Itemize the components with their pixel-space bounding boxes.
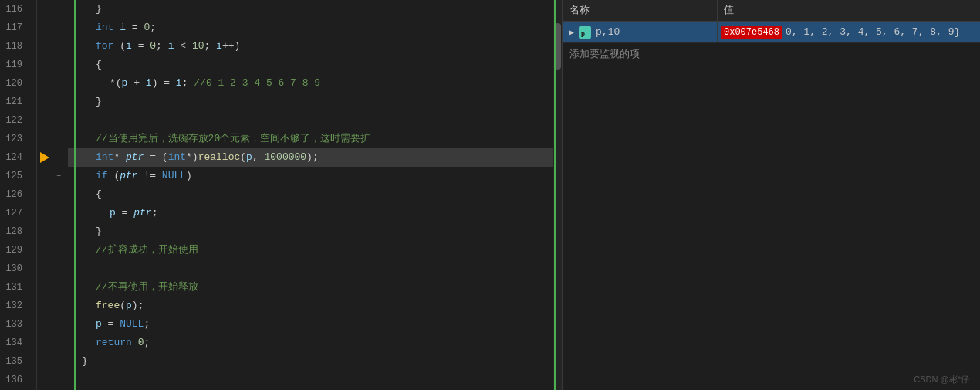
code-line-129: //扩容成功，开始使用 (68, 241, 553, 259)
breakpoint-cell-129[interactable] (37, 241, 52, 259)
breakpoint-cell-130[interactable] (37, 259, 52, 278)
line-numbers: 1161171181191201211221231241251261271281… (0, 0, 37, 390)
code-line-123: //当使用完后，洗碗存放20个元素，空间不够了，这时需要扩 (68, 130, 553, 148)
fold-cell-120 (52, 74, 65, 93)
line-number-125: 125 (0, 167, 29, 185)
watch-row-value-0: 0x007e54680, 1, 2, 3, 4, 5, 6, 7, 8, 9} (718, 26, 980, 39)
fold-cell-129 (52, 241, 65, 259)
fold-cell-136 (52, 371, 65, 389)
breakpoint-cell-118[interactable] (37, 37, 52, 56)
code-line-125: if (ptr != NULL) (68, 167, 553, 185)
svg-text:p: p (581, 29, 585, 37)
watch-header: 名称 值 (563, 0, 980, 22)
watch-col-value-header: 值 (718, 0, 980, 21)
breakpoint-cell-136[interactable] (37, 371, 52, 389)
breakpoint-cell-124[interactable] (37, 148, 52, 167)
guide-line-right (554, 0, 556, 390)
code-line-120: *(p + i) = i; //0 1 2 3 4 5 6 7 8 9 (68, 74, 553, 93)
line-number-118: 118 (0, 37, 29, 56)
line-number-136: 136 (0, 371, 29, 389)
watch-row-name-text-0: p,10 (596, 26, 620, 38)
breakpoint-cell-134[interactable] (37, 334, 52, 352)
fold-cell-126 (52, 185, 65, 204)
code-lines: }int i = 0;for (i = 0; i < 10; i++){*(p … (65, 0, 553, 390)
line-number-134: 134 (0, 334, 29, 352)
breakpoint-cell-131[interactable] (37, 278, 52, 297)
watermark: CSDN @彬*仔 (914, 375, 969, 384)
code-line-134: return 0; (68, 334, 553, 352)
line-number-116: 116 (0, 0, 29, 19)
fold-cell-128 (52, 222, 65, 241)
watch-row-address-0: 0x007e5468 (721, 26, 782, 39)
fold-cell-117 (52, 19, 65, 37)
line-number-121: 121 (0, 93, 29, 111)
code-line-135: } (68, 352, 553, 371)
breakpoint-cell-121[interactable] (37, 93, 52, 111)
line-number-130: 130 (0, 259, 29, 278)
code-line-131: //不再使用，开始释放 (68, 278, 553, 297)
fold-cell-127 (52, 204, 65, 222)
breakpoint-cell-133[interactable] (37, 315, 52, 334)
fold-col: −− (52, 0, 65, 390)
watch-row-name-0: ▶pp,10 (563, 22, 718, 42)
breakpoint-cell-117[interactable] (37, 19, 52, 37)
code-panel: 1161171181191201211221231241251261271281… (0, 0, 563, 390)
watch-col-name-header: 名称 (563, 0, 718, 21)
scrollbar-thumb[interactable] (555, 23, 561, 70)
code-line-116: } (68, 0, 553, 19)
fold-cell-118[interactable]: − (52, 37, 65, 56)
line-number-119: 119 (0, 56, 29, 74)
breakpoint-cell-132[interactable] (37, 297, 52, 315)
fold-cell-131 (52, 278, 65, 297)
code-line-127: p = ptr; (68, 204, 553, 222)
line-number-135: 135 (0, 352, 29, 371)
fold-cell-130 (52, 259, 65, 278)
code-line-118: for (i = 0; i < 10; i++) (68, 37, 553, 56)
fold-cell-121 (52, 93, 65, 111)
line-number-124: 124 (0, 148, 29, 167)
breakpoint-cell-125[interactable] (37, 167, 52, 185)
fold-cell-135 (52, 352, 65, 371)
code-line-122 (68, 111, 553, 130)
fold-cell-132 (52, 297, 65, 315)
breakpoint-cell-135[interactable] (37, 352, 52, 371)
fold-cell-124 (52, 148, 65, 167)
code-line-136 (68, 371, 553, 389)
expand-arrow-0[interactable]: ▶ (569, 28, 574, 37)
line-number-123: 123 (0, 130, 29, 148)
watch-rows: ▶pp,100x007e54680, 1, 2, 3, 4, 5, 6, 7, … (563, 22, 980, 43)
line-number-122: 122 (0, 111, 29, 130)
line-number-133: 133 (0, 315, 29, 334)
pointer-icon-0: p (579, 26, 591, 39)
code-line-133: p = NULL; (68, 315, 553, 334)
code-line-124: int* ptr = (int*)realloc(p, 1000000); (68, 148, 553, 167)
fold-cell-119 (52, 56, 65, 74)
line-number-129: 129 (0, 241, 29, 259)
line-number-132: 132 (0, 297, 29, 315)
watch-row-value-text-0: 0, 1, 2, 3, 4, 5, 6, 7, 8, 9} (786, 26, 960, 38)
watch-row-0[interactable]: ▶pp,100x007e54680, 1, 2, 3, 4, 5, 6, 7, … (563, 22, 980, 43)
fold-cell-122 (52, 111, 65, 130)
breakpoint-cell-123[interactable] (37, 130, 52, 148)
line-number-120: 120 (0, 74, 29, 93)
breakpoint-cell-116[interactable] (37, 0, 52, 19)
line-number-117: 117 (0, 19, 29, 37)
code-line-117: int i = 0; (68, 19, 553, 37)
guide-line-left (74, 0, 76, 390)
watch-add-row[interactable]: 添加要监视的项 (563, 43, 980, 65)
breakpoint-cell-122[interactable] (37, 111, 52, 130)
breakpoint-cell-127[interactable] (37, 204, 52, 222)
line-number-126: 126 (0, 185, 29, 204)
code-line-121: } (68, 93, 553, 111)
breakpoint-cell-119[interactable] (37, 56, 52, 74)
line-number-131: 131 (0, 278, 29, 297)
fold-cell-134 (52, 334, 65, 352)
breakpoint-cell-120[interactable] (37, 74, 52, 93)
breakpoint-cell-126[interactable] (37, 185, 52, 204)
watch-panel: 名称 值 ▶pp,100x007e54680, 1, 2, 3, 4, 5, 6… (563, 0, 980, 390)
code-line-132: free(p); (68, 297, 553, 315)
fold-cell-123 (52, 130, 65, 148)
debug-arrow-124 (40, 152, 49, 163)
fold-cell-125[interactable]: − (52, 167, 65, 185)
breakpoint-cell-128[interactable] (37, 222, 52, 241)
